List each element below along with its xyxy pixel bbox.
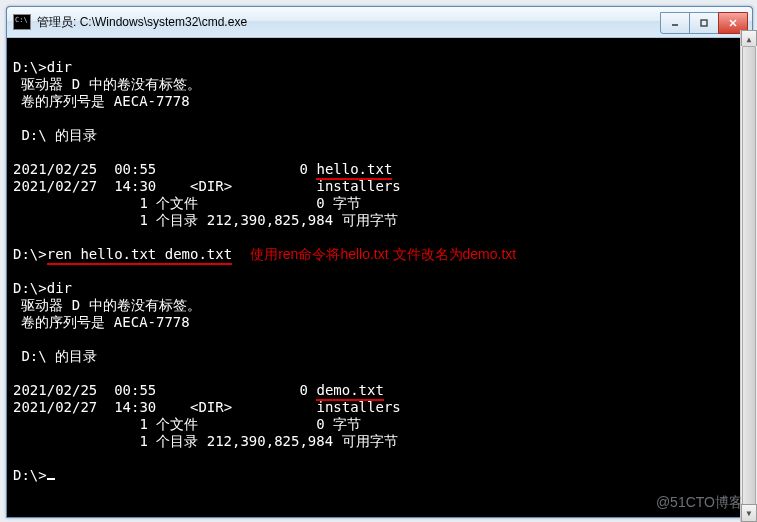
list2-summary-dirs: 1 个目录 212,390,825,984 可用字节 (13, 433, 398, 449)
titlebar[interactable]: 管理员: C:\Windows\system32\cmd.exe (7, 7, 752, 38)
command-dir-1: dir (47, 59, 72, 75)
list2-row1-size: 0 (300, 382, 308, 398)
list1-summary-files: 1 个文件 0 字节 (13, 195, 361, 211)
list1-row1-datetime: 2021/02/25 00:55 (13, 161, 156, 177)
list2-row2-dir: <DIR> (190, 399, 232, 415)
list2-row2-datetime: 2021/02/27 14:30 (13, 399, 156, 415)
list1-row2-dir: <DIR> (190, 178, 232, 194)
prompt: D:\> (13, 59, 47, 75)
svg-rect-1 (701, 20, 707, 26)
list2-row1-datetime: 2021/02/25 00:55 (13, 382, 156, 398)
list1-row1-size: 0 (300, 161, 308, 177)
list1-summary-dirs: 1 个目录 212,390,825,984 可用字节 (13, 212, 398, 228)
prompt: D:\> (13, 467, 47, 483)
watermark: @51CTO博客 (656, 494, 743, 512)
scroll-thumb[interactable] (742, 46, 753, 508)
volume-line-1b: 驱动器 D 中的卷没有标签。 (13, 297, 201, 313)
list2-row2-name: installers (316, 399, 400, 415)
window-controls (661, 12, 748, 32)
prompt: D:\> (13, 280, 47, 296)
cmd-window: 管理员: C:\Windows\system32\cmd.exe D:\>dir… (6, 6, 753, 518)
window-title: 管理员: C:\Windows\system32\cmd.exe (37, 14, 661, 31)
prompt: D:\> (13, 246, 47, 262)
vertical-scrollbar[interactable]: ▲ ▼ (740, 30, 753, 518)
command-ren: ren hello.txt demo.txt (47, 246, 232, 265)
volume-line-2b: 卷的序列号是 AECA-7778 (13, 314, 190, 330)
cmd-icon (13, 14, 31, 30)
directory-of-line-b: D:\ 的目录 (13, 348, 97, 364)
command-dir-2: dir (47, 280, 72, 296)
minimize-button[interactable] (660, 12, 690, 34)
volume-line-1: 驱动器 D 中的卷没有标签。 (13, 76, 201, 92)
maximize-button[interactable] (689, 12, 719, 34)
list1-row2-name: installers (316, 178, 400, 194)
annotation-text: 使用ren命令将hello.txt 文件改名为demo.txt (250, 246, 516, 262)
directory-of-line: D:\ 的目录 (13, 127, 97, 143)
terminal-output[interactable]: D:\>dir 驱动器 D 中的卷没有标签。 卷的序列号是 AECA-7778 … (7, 38, 752, 517)
cursor (47, 478, 55, 480)
list2-summary-files: 1 个文件 0 字节 (13, 416, 361, 432)
volume-line-2: 卷的序列号是 AECA-7778 (13, 93, 190, 109)
scroll-track[interactable] (741, 46, 753, 506)
list1-row2-datetime: 2021/02/27 14:30 (13, 178, 156, 194)
